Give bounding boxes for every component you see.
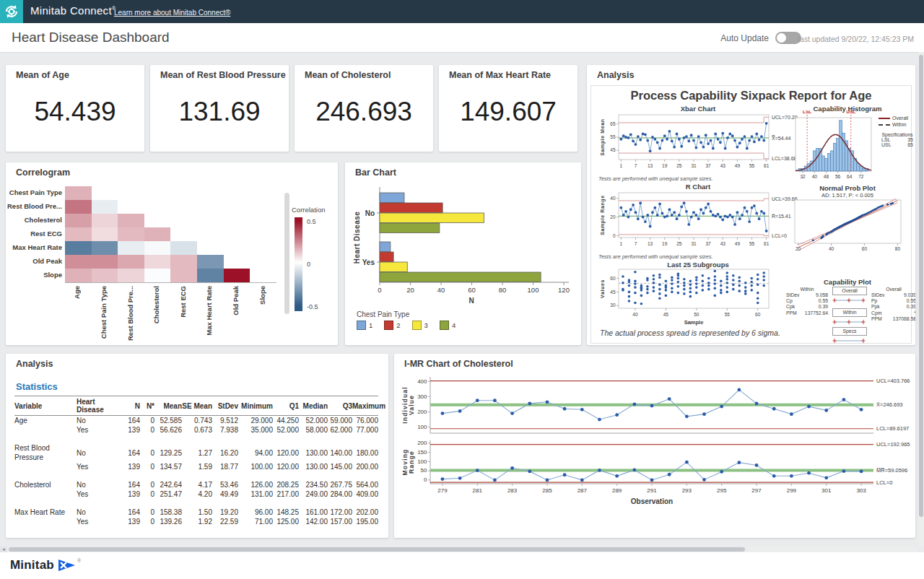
correlogram-row-label: Cholesterol [7, 216, 62, 224]
correlogram-col-label: Chest Pain Type [100, 286, 108, 339]
svg-text:Sample Range: Sample Range [600, 195, 606, 235]
correlogram-cell[interactable] [144, 241, 171, 255]
vertical-scrollbar-thumb[interactable] [919, 55, 923, 517]
svg-text:UCL=192.965: UCL=192.965 [876, 441, 910, 448]
correlogram-cell[interactable] [65, 200, 92, 214]
correlogram-cell[interactable] [65, 214, 92, 227]
correlogram-cell[interactable] [65, 255, 92, 269]
table-row: Yes1390139.261.9222.5971.00125.00142.001… [14, 517, 378, 526]
xbar-note: Tests are performed with unequal sample … [598, 175, 713, 182]
stats-col-header: Variable [14, 396, 77, 416]
svg-text:43: 43 [720, 163, 726, 168]
svg-text:LCL=0: LCL=0 [772, 233, 787, 238]
svg-text:55: 55 [610, 134, 616, 139]
svg-text:150: 150 [417, 449, 427, 456]
specifications-block: Specifications LSL35USL65 [879, 132, 912, 147]
page-title: Heart Disease Dashboard [12, 30, 170, 45]
statistics-section-title[interactable]: Statistics [16, 381, 58, 392]
horizontal-scrollbar[interactable]: ◄ [0, 547, 918, 552]
table-row: Rest Blood PressureNo1640129.251.2716.20… [14, 435, 378, 462]
correlogram-cell[interactable] [118, 227, 144, 241]
correlogram-cell[interactable] [118, 214, 144, 227]
legend-item: 4 [440, 321, 456, 330]
bar-chart-panel: Bar Chart NoYes020406080100120NHeart Dis… [345, 162, 581, 345]
correlogram-cell[interactable] [118, 255, 144, 269]
correlogram-col-label: Rest ECG [179, 286, 187, 318]
kpi-label: Mean of Max Heart Rate [449, 70, 551, 80]
svg-text:0: 0 [378, 286, 381, 294]
correlogram-cell[interactable] [144, 269, 171, 282]
svg-text:20: 20 [406, 286, 414, 294]
svg-text:60: 60 [755, 312, 761, 317]
svg-text:45: 45 [610, 147, 616, 152]
correlogram-cell[interactable] [170, 241, 197, 255]
correlogram-cell[interactable] [92, 269, 118, 282]
svg-text:Sample Mean: Sample Mean [600, 118, 606, 155]
stats-col-header: StDev [212, 396, 238, 416]
correlogram-cell[interactable] [92, 255, 118, 269]
correlogram-col-label: Age [73, 286, 81, 299]
correlogram-cell[interactable] [170, 255, 197, 269]
correlogram-row-label: Rest Blood Pre... [7, 202, 62, 210]
stats-col-header: Q1 [273, 396, 299, 416]
svg-text:37: 37 [706, 163, 712, 168]
svg-text:200: 200 [417, 409, 427, 415]
minitab-flag-icon [58, 558, 77, 573]
scale-tick: 0.5 [307, 218, 316, 225]
stats-col-header: Q3 [328, 396, 352, 416]
svg-text:Range: Range [408, 450, 415, 474]
sixpack-report: Process Capability Sixpack Report for Ag… [590, 85, 912, 344]
svg-text:Yes: Yes [362, 258, 375, 266]
svg-text:301: 301 [821, 487, 832, 494]
svg-text:61: 61 [764, 163, 770, 168]
correlogram-cell[interactable] [65, 241, 92, 255]
svg-text:19: 19 [662, 163, 668, 168]
svg-text:13: 13 [648, 163, 653, 168]
correlogram-cell[interactable] [92, 200, 118, 214]
correlogram-cell[interactable] [144, 255, 171, 269]
stats-col-header: Heart Disease [77, 396, 121, 416]
correlogram-cell[interactable] [65, 227, 92, 241]
svg-text:60: 60 [610, 276, 616, 281]
svg-text:25: 25 [676, 163, 682, 168]
scroll-left-arrow-icon[interactable]: ◄ [0, 547, 7, 552]
registered-mark: ® [77, 558, 81, 563]
correlogram-cell[interactable] [197, 269, 224, 282]
correlogram-cell[interactable] [65, 186, 92, 200]
correlogram-cell[interactable] [92, 241, 118, 255]
svg-text:50: 50 [694, 312, 699, 317]
correlogram-cell[interactable] [170, 269, 197, 282]
table-row: Yes139056.6260.6737.93835.00052.00058.00… [14, 425, 378, 435]
vertical-scrollbar[interactable] [918, 52, 924, 547]
sixpack-footnote: The actual process spread is represented… [600, 328, 780, 337]
panel-title: Analysis [597, 70, 634, 80]
learn-more-link[interactable]: Learn more about Minitab Connect® [114, 9, 230, 17]
scale-tick: 0 [307, 261, 310, 268]
correlogram-col-label: Rest Blood Pre... [126, 286, 134, 341]
correlogram-cell[interactable] [92, 227, 118, 241]
r-note: Tests are performed with unequal sample … [598, 253, 713, 260]
stats-col-header: Median [299, 396, 328, 416]
svg-text:50: 50 [421, 467, 427, 474]
svg-text:19: 19 [662, 241, 668, 246]
correlogram-cell[interactable] [92, 214, 118, 227]
correlogram-cell[interactable] [118, 269, 144, 282]
table-row: Max Heart RateNo1640158.381.5019.2096.00… [14, 499, 378, 517]
svg-text:279: 279 [437, 487, 448, 494]
table-row: CholesterolNo1640242.644.1753.46126.0020… [14, 471, 378, 489]
horizontal-scrollbar-thumb[interactable] [9, 547, 745, 552]
svg-text:48: 48 [824, 174, 829, 179]
normal-prob-plot: 20406080 [786, 199, 915, 258]
prob-plot-subtitle: AD: 1.517, P: < 0.005 [786, 192, 909, 199]
correlogram-cell[interactable] [65, 269, 92, 282]
correlogram-cell[interactable] [118, 241, 144, 255]
correlogram-scrollbar[interactable] [284, 193, 289, 314]
svg-text:400: 400 [417, 378, 427, 385]
correlogram-cell[interactable] [197, 255, 224, 269]
correlogram-cell[interactable] [144, 227, 171, 241]
correlogram-cell[interactable] [224, 269, 250, 282]
sixpack-report-title: Process Capability Sixpack Report for Ag… [591, 89, 911, 103]
kpi-card-mean-max-heart-rate: Mean of Max Heart Rate 149.607 [439, 65, 578, 152]
top-bar: Minitab Connect® Learn more about Minita… [0, 0, 924, 23]
kpi-card-mean-age: Mean of Age 54.439 [6, 65, 144, 152]
